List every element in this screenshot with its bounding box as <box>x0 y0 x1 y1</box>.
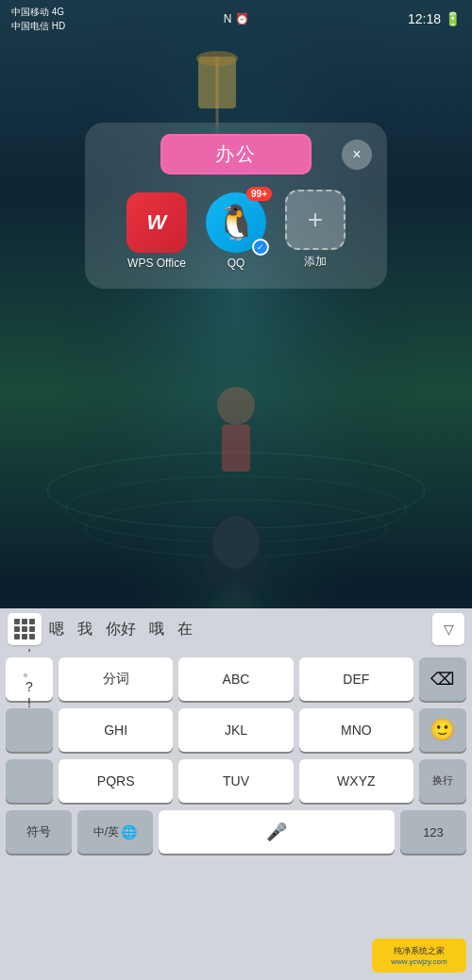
punct-period: 。 <box>23 664 36 678</box>
num-key[interactable]: 123 <box>400 810 466 854</box>
key-jkl-label: JKL <box>225 723 247 738</box>
grid-icon <box>14 619 35 639</box>
key-def[interactable]: DEF <box>299 657 413 701</box>
emoji-icon: 🙂 <box>430 718 455 742</box>
keyboard-rows: ' 。 ? ! 分词 ABC DEF ⌫ <box>0 650 472 857</box>
symbol-label: 符号 <box>26 823 51 840</box>
key-mno-label: MNO <box>341 723 372 738</box>
candidate-5[interactable]: 在 <box>177 620 193 639</box>
expand-icon: ▽ <box>444 622 454 637</box>
candidate-words: 嗯 我 你好 哦 在 <box>49 620 432 639</box>
folder-apps-grid: W WPS Office 🐧 99+ ✓ QQ + <box>100 190 372 270</box>
key-tuv-label: TUV <box>223 773 249 789</box>
language-key[interactable]: 中/英 🌐 <box>77 810 153 854</box>
phone-screen: 中国移动 4G 中国电信 HD N ⏰ 12:18 🔋 办公 × W WPS O… <box>0 0 472 980</box>
battery-icon: 🔋 <box>445 11 461 26</box>
backspace-icon: ⌫ <box>430 669 454 689</box>
key-wxyz-label: WXYZ <box>337 773 375 789</box>
folder-close-button[interactable]: × <box>342 140 372 170</box>
key-jkl[interactable]: JKL <box>178 708 293 752</box>
qq-icon: 🐧 99+ ✓ <box>206 192 266 253</box>
add-label: 添加 <box>304 254 327 270</box>
candidate-bar: 嗯 我 你好 哦 在 ▽ <box>0 608 472 650</box>
key-def-label: DEF <box>343 672 369 687</box>
add-app-icon: + <box>285 190 346 250</box>
plus-icon: + <box>308 205 323 235</box>
keyboard-row-1: ' 。 ? ! 分词 ABC DEF ⌫ <box>6 657 466 701</box>
emoji-key[interactable]: 🙂 <box>419 708 466 752</box>
key-fenci-label: 分词 <box>103 671 129 688</box>
folder-name-box[interactable]: 办公 <box>160 134 312 174</box>
app-item-qq[interactable]: 🐧 99+ ✓ QQ <box>206 192 266 270</box>
folder-name-text: 办公 <box>215 143 257 164</box>
key-pqrs-label: PQRS <box>97 773 135 789</box>
qq-label: QQ <box>228 257 245 270</box>
key-abc-label: ABC <box>223 672 250 687</box>
key-ghi[interactable]: GHI <box>59 708 173 752</box>
key-abc[interactable]: ABC <box>178 657 293 701</box>
enter-label: 换行 <box>432 774 453 787</box>
svg-point-7 <box>196 51 238 66</box>
key-wxyz[interactable]: WXYZ <box>299 759 413 803</box>
wps-icon: W <box>126 192 187 253</box>
keyboard-row-4: 符号 中/英 🌐 🎤 123 <box>6 810 466 854</box>
grid-toggle-button[interactable] <box>8 613 42 645</box>
watermark-line1: 纯净系统之家 <box>394 945 445 957</box>
watermark-line2: www.ycwjzy.com <box>391 957 447 966</box>
candidate-3[interactable]: 你好 <box>106 620 136 639</box>
punctuation-group-key[interactable]: ' 。 ? ! <box>6 657 53 701</box>
watermark: 纯净系统之家 www.ycwjzy.com <box>372 938 466 972</box>
globe-icon: 🌐 <box>121 824 137 839</box>
svg-rect-9 <box>222 424 250 472</box>
language-label: 中/英 <box>93 824 119 840</box>
folder-header: 办公 × <box>100 134 372 174</box>
key-placeholder-2 <box>6 708 53 752</box>
symbol-key[interactable]: 符号 <box>6 810 72 854</box>
punct-question: ? <box>25 680 33 694</box>
qq-badge: 99+ <box>246 187 272 201</box>
key-mno[interactable]: MNO <box>299 708 413 752</box>
folder-popup: 办公 × W WPS Office 🐧 99+ ✓ <box>85 123 387 289</box>
candidate-1[interactable]: 嗯 <box>49 620 64 639</box>
svg-point-11 <box>212 516 260 569</box>
mic-icon: 🎤 <box>266 822 287 842</box>
carrier2-label: 中国电信 HD <box>11 20 65 33</box>
clock-display: 12:18 <box>408 11 441 26</box>
key-pqrs[interactable]: PQRS <box>59 759 173 803</box>
punct-comma: ' <box>28 647 31 661</box>
carrier-info: 中国移动 4G 中国电信 HD <box>11 6 65 33</box>
alarm-icon: ⏰ <box>235 12 249 25</box>
status-right-info: 12:18 🔋 <box>408 11 461 26</box>
expand-candidates-button[interactable]: ▽ <box>432 613 464 645</box>
app-item-add[interactable]: + 添加 <box>285 190 346 270</box>
wps-logo: W <box>147 210 167 235</box>
candidate-2[interactable]: 我 <box>77 620 93 639</box>
nfc-icon: N <box>224 12 232 25</box>
key-tuv[interactable]: TUV <box>178 759 293 803</box>
enter-key[interactable]: 换行 <box>419 759 466 803</box>
key-fenци[interactable]: 分词 <box>59 657 173 701</box>
candidate-4[interactable]: 哦 <box>149 620 164 639</box>
qq-verified-badge: ✓ <box>252 239 269 256</box>
status-bar: 中国移动 4G 中国电信 HD N ⏰ 12:18 🔋 <box>0 0 472 38</box>
key-placeholder-3 <box>6 759 53 803</box>
num-label: 123 <box>423 825 444 839</box>
keyboard-row-2: GHI JKL MNO 🙂 <box>6 708 466 752</box>
app-item-wps[interactable]: W WPS Office <box>126 192 187 270</box>
key-ghi-label: GHI <box>104 723 127 738</box>
qq-logo: 🐧 <box>215 203 258 242</box>
svg-point-8 <box>217 387 255 424</box>
keyboard: ' 。 ? ! 分词 ABC DEF ⌫ <box>0 650 472 980</box>
backspace-key[interactable]: ⌫ <box>419 657 466 701</box>
keyboard-row-3: PQRS TUV WXYZ 换行 <box>6 759 466 803</box>
status-center-icons: N ⏰ <box>224 12 250 25</box>
carrier1-label: 中国移动 4G <box>11 6 65 19</box>
wps-label: WPS Office <box>127 257 186 270</box>
space-key[interactable]: 🎤 <box>159 810 395 854</box>
